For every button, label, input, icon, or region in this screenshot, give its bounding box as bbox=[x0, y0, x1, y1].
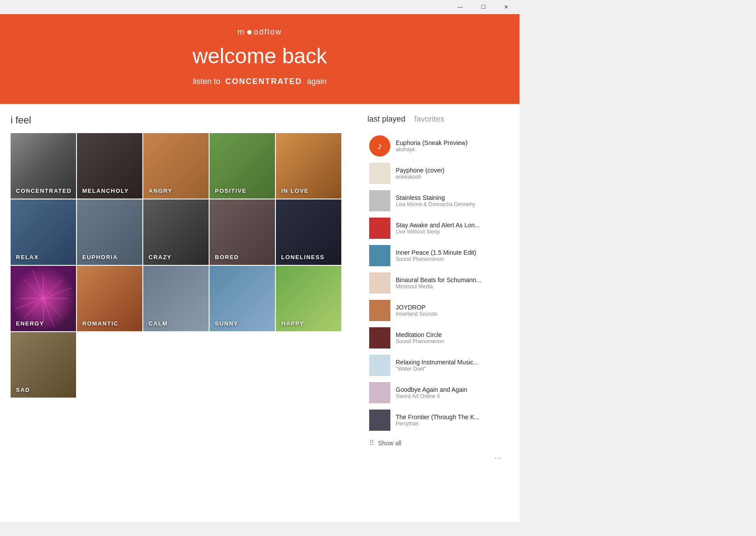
track-thumbnail bbox=[369, 190, 390, 211]
svg-line-7 bbox=[24, 299, 43, 318]
mood-tile-label: RELAX bbox=[16, 254, 39, 260]
track-artist: eriekakosh bbox=[396, 174, 507, 180]
svg-line-10 bbox=[43, 288, 72, 299]
svg-line-11 bbox=[15, 299, 43, 309]
panel-tabs: last played favorites bbox=[367, 115, 509, 126]
svg-line-5 bbox=[43, 299, 63, 318]
track-artist: "Water Duet" bbox=[396, 366, 507, 372]
svg-line-6 bbox=[43, 279, 63, 299]
track-info: Stainless StainingLisa Moore & Donnacha … bbox=[396, 194, 507, 207]
mood-tile-calm[interactable]: CALM bbox=[143, 266, 209, 331]
track-title: Goodbye Again and Again bbox=[396, 386, 507, 393]
track-artist: Innerland Sounds bbox=[396, 311, 507, 317]
mood-tile-melancholy[interactable]: MELANCHOLY bbox=[77, 133, 142, 199]
track-thumbnail bbox=[369, 163, 390, 184]
tab-last-played[interactable]: last played bbox=[367, 115, 405, 126]
mood-tile-label: MELANCHOLY bbox=[82, 188, 129, 194]
track-title: Binaural Beats for Schumann... bbox=[396, 276, 507, 283]
listen-post: again bbox=[307, 77, 326, 86]
track-info: The Frontier (Through The K...Perrythan bbox=[396, 413, 507, 427]
track-artist: Sword Art Online II bbox=[396, 393, 507, 399]
track-list-item[interactable]: The Frontier (Through The K...Perrythan bbox=[367, 407, 509, 433]
mood-tile-label: CONCENTRATED bbox=[16, 188, 72, 194]
app-logo: m odflow bbox=[9, 27, 511, 37]
mood-section: i feel CONCENTRATEDMELANCHOLYANGRYPOSITI… bbox=[11, 115, 354, 511]
welcome-title: welcome back bbox=[9, 44, 511, 68]
show-all-icon: ⠿ bbox=[369, 439, 374, 447]
show-all-button[interactable]: ⠿ Show all bbox=[367, 437, 509, 449]
track-list-item[interactable]: Payphone (cover)eriekakosh bbox=[367, 160, 509, 187]
track-artist: Live Without Sleep bbox=[396, 229, 507, 235]
mood-tile-euphoria[interactable]: EUPHORIA bbox=[77, 199, 142, 265]
mood-section-title: i feel bbox=[11, 115, 354, 126]
mood-tile-bored[interactable]: BORED bbox=[210, 199, 275, 265]
mood-tile-sad[interactable]: SAD bbox=[11, 332, 76, 398]
show-all-label: Show all bbox=[378, 440, 401, 447]
track-title: Euphoria (Sneak Preview) bbox=[396, 139, 507, 146]
track-list-item[interactable]: Inner Peace (1.5 Minute Edit)Sound Pheno… bbox=[367, 242, 509, 269]
track-title: Meditation Circle bbox=[396, 331, 507, 338]
track-title: JOYDROP bbox=[396, 304, 507, 311]
mood-tile-label: ANGRY bbox=[149, 188, 172, 194]
mood-tile-label: EUPHORIA bbox=[82, 254, 118, 260]
track-info: Meditation CircleSound Phenomenon bbox=[396, 331, 507, 345]
track-info: Euphoria (Sneak Preview)akshayk bbox=[396, 139, 507, 153]
track-list-item[interactable]: Stainless StainingLisa Moore & Donnacha … bbox=[367, 188, 509, 214]
mood-tile-crazy[interactable]: CRAZY bbox=[143, 199, 209, 265]
minimize-button[interactable]: — bbox=[451, 1, 470, 13]
app-header: m odflow welcome back listen to CONCENTR… bbox=[0, 14, 519, 104]
tab-favorites[interactable]: favorites bbox=[414, 115, 444, 126]
track-list-item[interactable]: Meditation CircleSound Phenomenon bbox=[367, 325, 509, 351]
mood-tile-relax[interactable]: RELAX bbox=[11, 199, 76, 265]
track-thumbnail bbox=[369, 272, 390, 294]
track-info: Stay Awake and Alert As Lon...Live Witho… bbox=[396, 222, 507, 235]
track-artist: Sound Phenomenon bbox=[396, 338, 507, 345]
svg-line-9 bbox=[43, 299, 54, 327]
mood-grid: CONCENTRATEDMELANCHOLYANGRYPOSITIVEIN LO… bbox=[11, 133, 354, 398]
logo-dot bbox=[247, 30, 252, 34]
mood-tile-label: POSITIVE bbox=[215, 188, 247, 194]
mood-tile-label: ENERGY bbox=[16, 320, 44, 327]
track-info: Payphone (cover)eriekakosh bbox=[396, 167, 507, 180]
mood-tile-sunny[interactable]: SUNNY bbox=[210, 266, 275, 331]
track-list-item[interactable]: Goodbye Again and AgainSword Art Online … bbox=[367, 379, 509, 406]
main-content: i feel CONCENTRATEDMELANCHOLYANGRYPOSITI… bbox=[0, 104, 519, 522]
mood-tile-label: LONELINESS bbox=[281, 254, 325, 260]
track-list-item[interactable]: JOYDROPInnerland Sounds bbox=[367, 297, 509, 324]
listen-again: listen to CONCENTRATED again bbox=[9, 77, 511, 86]
mood-tile-loneliness[interactable]: LONELINESS bbox=[276, 199, 341, 265]
bottom-dots: ··· bbox=[367, 449, 509, 466]
mood-tile-label: ROMANTIC bbox=[82, 320, 118, 327]
close-button[interactable]: ✕ bbox=[496, 1, 516, 13]
listen-pre: listen to bbox=[193, 77, 221, 86]
track-list-item[interactable]: Relaxing Instrumental Music..."Water Due… bbox=[367, 352, 509, 379]
mood-tile-in-love[interactable]: IN LOVE bbox=[276, 133, 341, 199]
track-list-item[interactable]: Binaural Beats for Schumann...Mindsoul M… bbox=[367, 270, 509, 296]
track-info: JOYDROPInnerland Sounds bbox=[396, 304, 507, 317]
mood-tile-positive[interactable]: POSITIVE bbox=[210, 133, 275, 199]
logo-text-2: odflow bbox=[254, 27, 282, 37]
svg-line-8 bbox=[33, 270, 43, 299]
window-chrome: — ☐ ✕ bbox=[0, 0, 519, 14]
track-artist: Sound Phenomenon bbox=[396, 256, 507, 262]
listen-mood[interactable]: CONCENTRATED bbox=[225, 77, 302, 86]
mood-tile-concentrated[interactable]: CONCENTRATED bbox=[11, 133, 76, 199]
track-title: Stay Awake and Alert As Lon... bbox=[396, 222, 507, 229]
track-info: Inner Peace (1.5 Minute Edit)Sound Pheno… bbox=[396, 249, 507, 262]
mood-tile-happy[interactable]: HAPPY bbox=[276, 266, 341, 331]
mood-tile-energy[interactable]: ENERGY bbox=[11, 266, 76, 331]
right-panel: last played favorites ♪Euphoria (Sneak P… bbox=[367, 115, 509, 511]
track-list-item[interactable]: ♪Euphoria (Sneak Preview)akshayk bbox=[367, 133, 509, 159]
mood-tile-angry[interactable]: ANGRY bbox=[143, 133, 209, 199]
mood-tile-label: CRAZY bbox=[149, 254, 172, 260]
maximize-button[interactable]: ☐ bbox=[473, 1, 493, 13]
track-list-item[interactable]: Stay Awake and Alert As Lon...Live Witho… bbox=[367, 215, 509, 241]
track-artist: akshayk bbox=[396, 146, 507, 153]
mood-tile-label: SUNNY bbox=[215, 320, 238, 327]
logo-text: m bbox=[237, 27, 245, 37]
mood-tile-label: HAPPY bbox=[281, 320, 304, 327]
track-title: Stainless Staining bbox=[396, 194, 507, 201]
track-title: The Frontier (Through The K... bbox=[396, 413, 507, 421]
mood-tile-romantic[interactable]: ROMANTIC bbox=[77, 266, 142, 331]
mood-tile-label: CALM bbox=[149, 320, 168, 327]
